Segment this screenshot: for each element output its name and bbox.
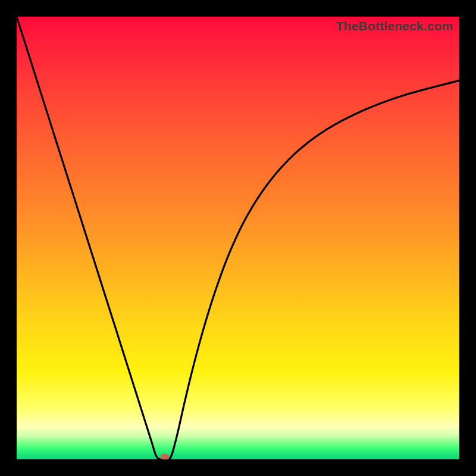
min-marker <box>161 454 169 460</box>
chart-frame: TheBottleneck.com <box>0 0 476 476</box>
plot-area: TheBottleneck.com <box>17 17 459 459</box>
bottleneck-curve <box>17 17 459 459</box>
curve-path <box>17 17 459 461</box>
